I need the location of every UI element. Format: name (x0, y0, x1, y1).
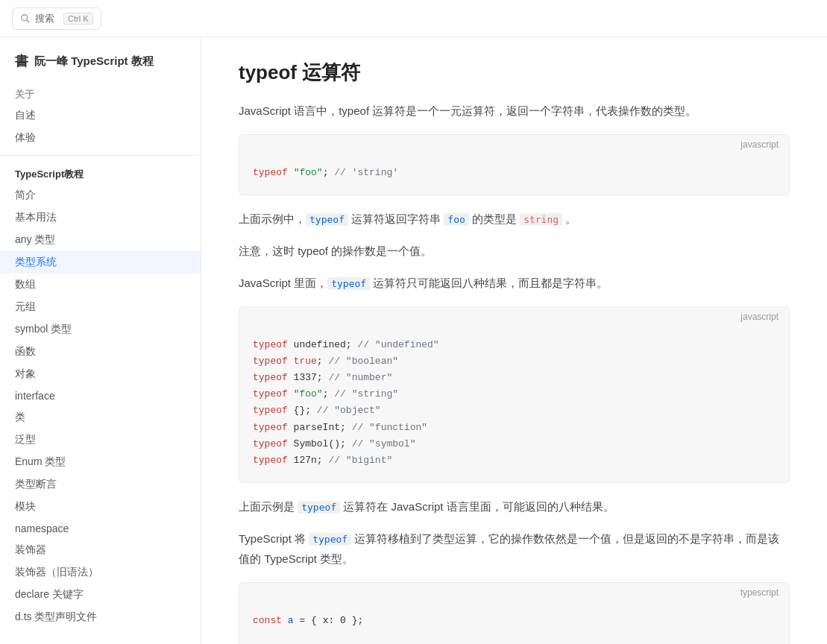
sidebar-item-zhuangshiqi[interactable]: 装饰器 (0, 539, 201, 561)
sidebar-brand-title: 阮一峰 TypeScript 教程 (34, 54, 154, 69)
para5: 上面示例是 typeof 运算符在 JavaScript 语言里面，可能返回的八… (239, 496, 790, 517)
sidebar-item-enum[interactable]: Enum 类型 (0, 451, 201, 473)
sidebar-item-leixinxitong[interactable]: 类型系统 (0, 251, 201, 274)
intro-paragraph: JavaScript 语言中，typeof 运算符是一个一元运算符，返回一个字符… (239, 101, 790, 121)
search-icon (20, 13, 31, 24)
sidebar-item-shuzhu[interactable]: 数组 (0, 274, 201, 296)
typeof-inline-4: typeof (309, 533, 351, 546)
sidebar-item-jibenyongfa[interactable]: 基本用法 (0, 206, 201, 229)
sidebar-item-leixingduanyan[interactable]: 类型断言 (0, 473, 201, 496)
search-shortcut: Ctrl K (63, 13, 93, 25)
main-content: typeof 运算符 JavaScript 语言中，typeof 运算符是一个一… (201, 37, 827, 644)
book-icon: 書 (15, 52, 28, 70)
para2: 上面示例中，typeof 运算符返回字符串 foo 的类型是 string 。 (239, 209, 790, 229)
typeof-kw-1: typeof (253, 167, 288, 178)
code-block-2-header: javascript (239, 307, 789, 326)
sidebar-item-dts[interactable]: d.ts 类型声明文件 (0, 606, 201, 628)
para3: 注意，这时 typeof 的操作数是一个值。 (239, 241, 790, 261)
typeof-inline-1: typeof (306, 213, 348, 226)
sidebar-item-declare[interactable]: declare 关键字 (0, 584, 201, 606)
layout: 書 阮一峰 TypeScript 教程 关于 自述 体验 TypeScript教… (0, 37, 827, 644)
sidebar-item-duixiang[interactable]: 对象 (0, 363, 201, 385)
topbar: 搜索 Ctrl K (0, 0, 827, 37)
sidebar-brand: 書 阮一峰 TypeScript 教程 (0, 52, 201, 82)
sidebar: 書 阮一峰 TypeScript 教程 关于 自述 体验 TypeScript教… (0, 37, 201, 644)
sidebar-item-hanshu[interactable]: 函数 (0, 341, 201, 363)
svg-point-0 (22, 14, 28, 20)
sidebar-item-zhuangshiqi-old[interactable]: 装饰器（旧语法） (0, 561, 201, 584)
code-block-1: javascript typeof "foo"; // 'string' (239, 134, 790, 195)
sidebar-section-about: 关于 (0, 82, 201, 104)
sidebar-item-namespace[interactable]: namespace (0, 518, 201, 539)
code-block-1-header: javascript (239, 135, 789, 154)
string-foo: "foo" (294, 167, 323, 178)
sidebar-section-ts: TypeScript教程 (0, 162, 201, 184)
sidebar-item-ziyu[interactable]: 自述 (0, 104, 201, 127)
code-lang-3: typescript (740, 587, 779, 598)
sidebar-item-yuanzu[interactable]: 元组 (0, 296, 201, 318)
sidebar-item-interface[interactable]: interface (0, 385, 201, 406)
sidebar-item-symbol[interactable]: symbol 类型 (0, 318, 201, 341)
para4: JavaScript 里面，typeof 运算符只可能返回八种结果，而且都是字符… (239, 273, 790, 293)
comment-1: // 'string' (334, 167, 398, 178)
para6: TypeScript 将 typeof 运算符移植到了类型运算，它的操作数依然是… (239, 528, 790, 569)
typeof-inline-2: typeof (327, 277, 370, 290)
sidebar-item-mokuai[interactable]: 模块 (0, 496, 201, 518)
sidebar-item-jianjie[interactable]: 简介 (0, 184, 201, 206)
code-block-1-pre: typeof "foo"; // 'string' (239, 154, 789, 195)
sidebar-item-fanxing[interactable]: 泛型 (0, 429, 201, 451)
sidebar-item-tiyan[interactable]: 体验 (0, 127, 201, 149)
code-block-3-header: typescript (239, 583, 789, 602)
code-lang-2: javascript (740, 312, 779, 322)
search-label: 搜索 (35, 12, 54, 25)
svg-line-1 (27, 19, 30, 22)
sidebar-item-any[interactable]: any 类型 (0, 229, 201, 251)
foo-inline: foo (444, 213, 468, 226)
typeof-inline-3: typeof (298, 501, 340, 514)
page-title: typeof 运算符 (239, 60, 790, 86)
code-block-3: typescript const a = { x: 0 }; type T0 =… (239, 582, 790, 644)
code-block-2-pre: typeof undefined; // "undefined" typeof … (239, 326, 789, 482)
sidebar-divider (0, 155, 201, 156)
code-block-2: javascript typeof undefined; // "undefin… (239, 306, 790, 483)
code-lang-1: javascript (740, 139, 779, 150)
sidebar-item-lei[interactable]: 类 (0, 406, 201, 429)
code-block-3-pre: const a = { x: 0 }; type T0 = typeof a; … (239, 602, 789, 644)
search-box[interactable]: 搜索 Ctrl K (12, 7, 101, 30)
string-inline: string (520, 213, 562, 226)
